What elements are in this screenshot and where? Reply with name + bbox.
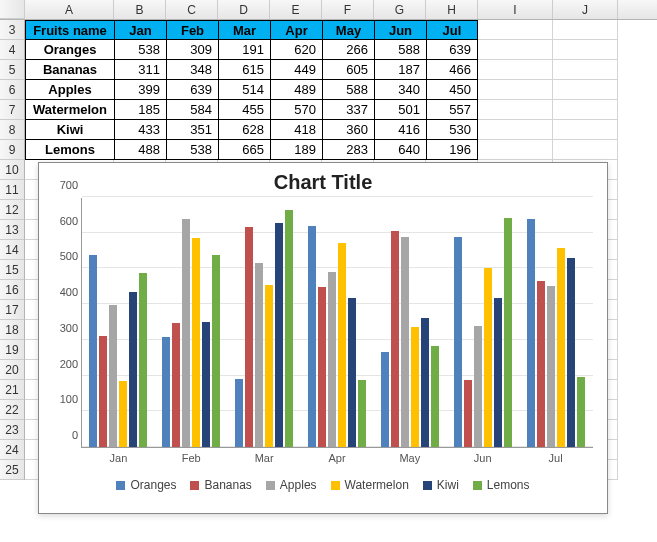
row-header-25[interactable]: 25: [0, 460, 25, 480]
corner-cell[interactable]: [0, 0, 25, 19]
row-header-3[interactable]: 3: [0, 20, 25, 40]
legend-item-Kiwi[interactable]: Kiwi: [423, 478, 459, 492]
row-header-15[interactable]: 15: [0, 260, 25, 280]
cell-E3[interactable]: Apr: [270, 20, 322, 40]
bar-Apples-Mar[interactable]: [255, 263, 263, 447]
legend-item-Lemons[interactable]: Lemons: [473, 478, 530, 492]
cell-G7[interactable]: 501: [374, 100, 426, 120]
row-header-24[interactable]: 24: [0, 440, 25, 460]
cell-I5[interactable]: [478, 60, 553, 80]
cell-C7[interactable]: 584: [166, 100, 218, 120]
cell-E5[interactable]: 449: [270, 60, 322, 80]
row-header-10[interactable]: 10: [0, 160, 25, 180]
cell-A6[interactable]: Apples: [25, 80, 114, 100]
cell-J8[interactable]: [553, 120, 618, 140]
column-header-A[interactable]: A: [25, 0, 114, 19]
bar-Watermelon-May[interactable]: [411, 327, 419, 447]
cell-G4[interactable]: 588: [374, 40, 426, 60]
cell-I9[interactable]: [478, 140, 553, 160]
legend-item-Watermelon[interactable]: Watermelon: [331, 478, 409, 492]
cell-H5[interactable]: 466: [426, 60, 478, 80]
row-header-20[interactable]: 20: [0, 360, 25, 380]
bar-Oranges-May[interactable]: [381, 352, 389, 447]
cell-E7[interactable]: 570: [270, 100, 322, 120]
row-header-5[interactable]: 5: [0, 60, 25, 80]
row-header-18[interactable]: 18: [0, 320, 25, 340]
row-header-9[interactable]: 9: [0, 140, 25, 160]
cell-E6[interactable]: 489: [270, 80, 322, 100]
cell-J9[interactable]: [553, 140, 618, 160]
cell-F9[interactable]: 283: [322, 140, 374, 160]
cell-A7[interactable]: Watermelon: [25, 100, 114, 120]
chart-object[interactable]: Chart Title 0100200300400500600700JanFeb…: [38, 162, 608, 514]
cell-E8[interactable]: 418: [270, 120, 322, 140]
cell-C3[interactable]: Feb: [166, 20, 218, 40]
cell-C8[interactable]: 351: [166, 120, 218, 140]
bar-Lemons-Mar[interactable]: [285, 210, 293, 448]
row-header-4[interactable]: 4: [0, 40, 25, 60]
cell-F3[interactable]: May: [322, 20, 374, 40]
bar-Kiwi-Jun[interactable]: [494, 298, 502, 447]
row-header-19[interactable]: 19: [0, 340, 25, 360]
bar-Oranges-Jan[interactable]: [89, 255, 97, 447]
cell-J7[interactable]: [553, 100, 618, 120]
cell-J6[interactable]: [553, 80, 618, 100]
row-header-7[interactable]: 7: [0, 100, 25, 120]
cell-I8[interactable]: [478, 120, 553, 140]
cell-F7[interactable]: 337: [322, 100, 374, 120]
cell-G6[interactable]: 340: [374, 80, 426, 100]
cell-D3[interactable]: Mar: [218, 20, 270, 40]
bar-Oranges-Jul[interactable]: [527, 219, 535, 447]
bar-Bananas-May[interactable]: [391, 231, 399, 447]
cell-B7[interactable]: 185: [114, 100, 166, 120]
bar-Apples-May[interactable]: [401, 237, 409, 447]
cell-I6[interactable]: [478, 80, 553, 100]
cell-B5[interactable]: 311: [114, 60, 166, 80]
cell-F5[interactable]: 605: [322, 60, 374, 80]
bar-Bananas-Feb[interactable]: [172, 323, 180, 447]
chart-legend[interactable]: OrangesBananasApplesWatermelonKiwiLemons: [39, 478, 607, 492]
row-header-17[interactable]: 17: [0, 300, 25, 320]
cell-I7[interactable]: [478, 100, 553, 120]
row-header-13[interactable]: 13: [0, 220, 25, 240]
cell-D6[interactable]: 514: [218, 80, 270, 100]
column-header-F[interactable]: F: [322, 0, 374, 19]
cell-B8[interactable]: 433: [114, 120, 166, 140]
cell-H3[interactable]: Jul: [426, 20, 478, 40]
bar-Lemons-Jan[interactable]: [139, 273, 147, 447]
bar-Oranges-Apr[interactable]: [308, 226, 316, 447]
cell-B6[interactable]: 399: [114, 80, 166, 100]
row-header-6[interactable]: 6: [0, 80, 25, 100]
bar-Kiwi-Apr[interactable]: [348, 298, 356, 447]
column-header-G[interactable]: G: [374, 0, 426, 19]
cell-H8[interactable]: 530: [426, 120, 478, 140]
cell-D8[interactable]: 628: [218, 120, 270, 140]
legend-item-Bananas[interactable]: Bananas: [190, 478, 251, 492]
bar-Watermelon-Mar[interactable]: [265, 285, 273, 448]
column-header-E[interactable]: E: [270, 0, 322, 19]
cell-F4[interactable]: 266: [322, 40, 374, 60]
cell-B4[interactable]: 538: [114, 40, 166, 60]
cell-A4[interactable]: Oranges: [25, 40, 114, 60]
cell-J5[interactable]: [553, 60, 618, 80]
row-header-8[interactable]: 8: [0, 120, 25, 140]
cell-F6[interactable]: 588: [322, 80, 374, 100]
cell-A9[interactable]: Lemons: [25, 140, 114, 160]
column-header-B[interactable]: B: [114, 0, 166, 19]
bar-Bananas-Jul[interactable]: [537, 281, 545, 447]
cell-I4[interactable]: [478, 40, 553, 60]
bar-Kiwi-Feb[interactable]: [202, 322, 210, 447]
bar-Lemons-Jun[interactable]: [504, 218, 512, 447]
cell-H6[interactable]: 450: [426, 80, 478, 100]
cell-C5[interactable]: 348: [166, 60, 218, 80]
bar-Apples-Apr[interactable]: [328, 272, 336, 447]
bar-Watermelon-Jun[interactable]: [484, 268, 492, 447]
cell-E4[interactable]: 620: [270, 40, 322, 60]
cell-C9[interactable]: 538: [166, 140, 218, 160]
bar-Apples-Jan[interactable]: [109, 305, 117, 448]
bar-Kiwi-Jul[interactable]: [567, 258, 575, 447]
row-header-16[interactable]: 16: [0, 280, 25, 300]
cell-J4[interactable]: [553, 40, 618, 60]
cell-G5[interactable]: 187: [374, 60, 426, 80]
cell-E9[interactable]: 189: [270, 140, 322, 160]
